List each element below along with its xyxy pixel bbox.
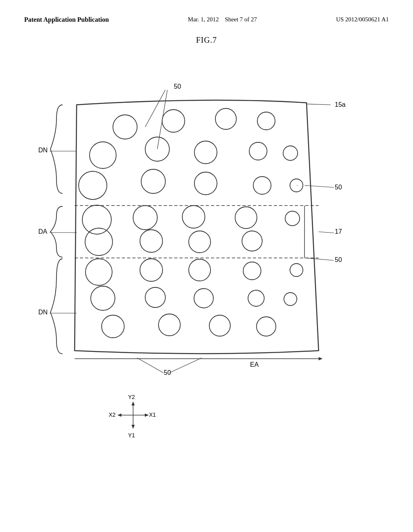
svg-text:17: 17 xyxy=(335,228,342,235)
svg-line-46 xyxy=(307,104,331,105)
svg-point-6 xyxy=(162,110,185,132)
svg-point-30 xyxy=(189,259,211,281)
svg-line-51 xyxy=(319,232,334,233)
svg-point-24 xyxy=(85,228,113,256)
svg-point-5 xyxy=(113,115,137,139)
header-left: Patent Application Publication xyxy=(24,16,109,23)
svg-point-9 xyxy=(90,142,116,168)
svg-point-14 xyxy=(79,171,107,200)
svg-point-22 xyxy=(235,207,257,229)
svg-line-48 xyxy=(305,185,334,187)
svg-point-28 xyxy=(86,259,112,285)
header-center: Mar. 1, 2012 Sheet 7 of 27 xyxy=(188,16,257,23)
svg-point-31 xyxy=(243,262,261,280)
svg-point-29 xyxy=(140,259,163,281)
svg-point-19 xyxy=(82,205,111,234)
svg-point-33 xyxy=(91,286,115,310)
svg-point-40 xyxy=(209,315,230,336)
svg-point-15 xyxy=(141,169,165,193)
svg-point-39 xyxy=(159,314,180,336)
svg-marker-67 xyxy=(131,425,135,429)
svg-text:50: 50 xyxy=(335,184,342,191)
svg-point-36 xyxy=(248,290,264,306)
svg-text:15a: 15a xyxy=(335,101,346,108)
svg-text:DN: DN xyxy=(38,147,48,154)
svg-marker-4 xyxy=(319,357,323,360)
svg-marker-66 xyxy=(131,401,135,405)
header-right: US 2012/0050621 A1 xyxy=(336,16,389,23)
page-header: Patent Application Publication Mar. 1, 2… xyxy=(0,0,413,23)
svg-point-8 xyxy=(257,112,275,130)
svg-point-26 xyxy=(189,231,211,253)
svg-point-38 xyxy=(102,315,124,338)
svg-point-11 xyxy=(194,141,217,164)
svg-point-32 xyxy=(290,264,303,276)
svg-point-25 xyxy=(140,230,163,252)
svg-marker-68 xyxy=(117,414,121,417)
svg-text:Y1: Y1 xyxy=(128,432,135,438)
svg-text:DA: DA xyxy=(38,228,48,235)
svg-point-37 xyxy=(284,293,297,305)
svg-point-7 xyxy=(215,108,236,129)
fig-title: FIG.7 xyxy=(0,35,413,45)
svg-text:DN: DN xyxy=(38,309,48,316)
svg-point-27 xyxy=(242,231,262,251)
svg-point-17 xyxy=(253,177,271,194)
svg-line-62 xyxy=(137,358,163,373)
svg-text:Y2: Y2 xyxy=(128,394,135,400)
svg-point-34 xyxy=(145,287,165,308)
svg-line-63 xyxy=(169,358,202,373)
svg-point-35 xyxy=(194,289,213,308)
diagram-svg: 50 15a 50 17 50 DN DA DN EA 50 Y2 X2 X1 … xyxy=(0,52,413,476)
svg-point-21 xyxy=(182,206,205,228)
svg-point-41 xyxy=(257,317,276,336)
svg-line-53 xyxy=(305,258,334,260)
svg-point-20 xyxy=(133,206,157,230)
svg-point-16 xyxy=(194,172,217,195)
svg-point-13 xyxy=(283,146,298,160)
svg-text:EA: EA xyxy=(250,361,259,368)
svg-text:X2: X2 xyxy=(108,411,115,418)
svg-point-12 xyxy=(249,142,267,160)
svg-text:50: 50 xyxy=(335,256,342,263)
svg-text:X1: X1 xyxy=(149,411,156,418)
svg-marker-69 xyxy=(145,414,149,417)
svg-point-23 xyxy=(285,211,300,226)
svg-text:50: 50 xyxy=(174,83,181,90)
